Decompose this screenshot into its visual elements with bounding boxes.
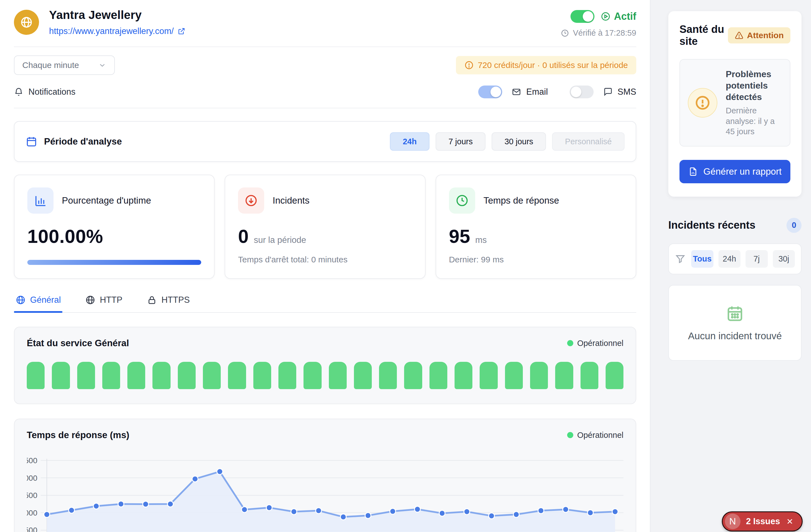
- service-status-card: État du service Général Opérationnel: [14, 327, 636, 404]
- active-status-label: Actif: [614, 11, 636, 22]
- period-option-30-jours[interactable]: 30 jours: [492, 132, 546, 151]
- last-response-time: Dernier: 99 ms: [449, 255, 623, 264]
- incidents-filter-bar: Tous24h7j30j: [668, 244, 801, 275]
- issue-title: Problèmes potentiels détectés: [726, 68, 782, 103]
- incidents-filter-24h[interactable]: 24h: [718, 250, 741, 268]
- response-time-unit: ms: [475, 235, 487, 245]
- credits-usage-badge: 720 crédits/jour · 0 utilisés sur la pér…: [456, 56, 636, 74]
- response-time-value: 95: [449, 225, 471, 247]
- uptime-title: Pourcentage d'uptime: [62, 195, 151, 206]
- notifications-row: Notifications Email SMS: [14, 83, 636, 108]
- uptime-segment[interactable]: [278, 362, 296, 389]
- uptime-segment[interactable]: [606, 362, 624, 389]
- arrow-down-circle-icon: [244, 194, 258, 207]
- uptime-segment[interactable]: [178, 362, 196, 389]
- period-option-24h[interactable]: 24h: [390, 132, 429, 151]
- site-health-card: Santé du site Attention Problèmes potent…: [668, 11, 801, 197]
- incidents-filter-tous[interactable]: Tous: [691, 250, 714, 268]
- service-tabs: GénéralHTTPHTTPS: [14, 295, 636, 313]
- uptime-segment[interactable]: [505, 362, 523, 389]
- clock-icon: [561, 29, 569, 37]
- response-time-card: Temps de réponse 95 ms Dernier: 99 ms: [435, 175, 636, 279]
- period-option-7-jours[interactable]: 7 jours: [435, 132, 486, 151]
- period-button-group: 24h7 jours30 joursPersonnalisé: [390, 132, 625, 151]
- incidents-filter-group: Tous24h7j30j: [691, 250, 795, 268]
- svg-text:3 500: 3 500: [27, 456, 37, 465]
- site-url-link[interactable]: https://www.yantrajewellery.com/: [49, 26, 185, 36]
- uptime-segment[interactable]: [581, 362, 598, 389]
- recent-incidents-title: Incidents récents: [668, 219, 755, 231]
- monitor-active-toggle[interactable]: [570, 10, 595, 23]
- tab-https[interactable]: HTTPS: [145, 295, 192, 312]
- uptime-segment[interactable]: [404, 362, 422, 389]
- response-chart-card: Temps de réponse (ms) Opérationnel 3 500…: [14, 419, 636, 532]
- play-circle-icon: [601, 12, 611, 21]
- globe-icon: [16, 295, 26, 305]
- notifications-label: Notifications: [28, 87, 76, 97]
- last-scan-label: Dernière analyse: il y a 45 jours: [726, 106, 782, 137]
- tab-général[interactable]: Général: [14, 295, 62, 312]
- incidents-card: Incidents 0 sur la période Temps d'arrêt…: [225, 175, 425, 279]
- sms-notify-toggle[interactable]: [570, 85, 594, 98]
- calendar-icon: [726, 304, 744, 323]
- bell-icon: [14, 87, 24, 97]
- uptime-segment[interactable]: [429, 362, 447, 389]
- alert-circle-icon: [694, 95, 711, 111]
- svg-text:1 500: 1 500: [27, 526, 37, 532]
- close-icon[interactable]: [786, 517, 794, 526]
- uptime-segment[interactable]: [203, 362, 221, 389]
- uptime-segment[interactable]: [480, 362, 498, 389]
- no-incidents-card: Aucun incident trouvé: [668, 285, 801, 361]
- warning-triangle-icon: [735, 31, 744, 40]
- globe-icon: [20, 16, 33, 29]
- right-sidebar: Santé du site Attention Problèmes potent…: [650, 0, 811, 532]
- site-avatar: [14, 10, 39, 35]
- uptime-segment[interactable]: [530, 362, 548, 389]
- dev-issues-badge[interactable]: N 2 Issues: [722, 511, 802, 531]
- uptime-segment[interactable]: [27, 362, 45, 389]
- sms-label: SMS: [617, 87, 636, 97]
- service-status-title: État du service Général: [27, 338, 129, 348]
- report-file-icon: [688, 167, 698, 176]
- uptime-segment[interactable]: [555, 362, 573, 389]
- uptime-card: Pourcentage d'uptime 100.00%: [14, 175, 215, 279]
- attention-badge: Attention: [728, 27, 790, 44]
- alert-circle-icon: [464, 60, 474, 70]
- uptime-segment[interactable]: [52, 362, 70, 389]
- uptime-segment[interactable]: [152, 362, 170, 389]
- incidents-value: 0: [238, 225, 249, 247]
- health-issue-box: Problèmes potentiels détectés Dernière a…: [679, 59, 790, 146]
- analysis-period-card: Période d'analyse 24h7 jours30 joursPers…: [14, 121, 636, 162]
- no-incidents-message: Aucun incident trouvé: [688, 330, 782, 342]
- response-time-title: Temps de réponse: [484, 195, 559, 206]
- incidents-filter-30j[interactable]: 30j: [773, 250, 795, 268]
- svg-text:2 500: 2 500: [27, 491, 37, 500]
- svg-text:2 000: 2 000: [27, 508, 37, 517]
- tab-http[interactable]: HTTP: [83, 295, 124, 312]
- uptime-segment[interactable]: [329, 362, 347, 389]
- uptime-segment[interactable]: [228, 362, 246, 389]
- check-interval-select[interactable]: Chaque minute: [14, 56, 115, 75]
- incidents-suffix: sur la période: [254, 235, 306, 245]
- uptime-segment[interactable]: [379, 362, 397, 389]
- uptime-segments: [27, 362, 624, 389]
- period-title: Période d'analyse: [44, 136, 122, 147]
- clock-icon: [455, 194, 469, 207]
- downtime-total: Temps d'arrêt total: 0 minutes: [238, 255, 412, 264]
- uptime-segment[interactable]: [354, 362, 372, 389]
- uptime-segment[interactable]: [253, 362, 271, 389]
- uptime-segment[interactable]: [455, 362, 472, 389]
- incidents-filter-7j[interactable]: 7j: [746, 250, 768, 268]
- uptime-segment[interactable]: [102, 362, 120, 389]
- email-notify-toggle[interactable]: [478, 85, 502, 98]
- uptime-segment[interactable]: [127, 362, 145, 389]
- verified-timestamp: Vérifié à 17:28:59: [573, 28, 636, 37]
- response-chart-title: Temps de réponse (ms): [27, 430, 129, 440]
- uptime-segment[interactable]: [77, 362, 95, 389]
- generate-report-button[interactable]: Générer un rapport: [679, 160, 790, 183]
- uptime-segment[interactable]: [304, 362, 321, 389]
- email-label: Email: [526, 87, 548, 97]
- uptime-progress-bar: [27, 260, 201, 265]
- incidents-count-badge: 0: [786, 218, 801, 233]
- site-health-title: Santé du site: [679, 24, 728, 47]
